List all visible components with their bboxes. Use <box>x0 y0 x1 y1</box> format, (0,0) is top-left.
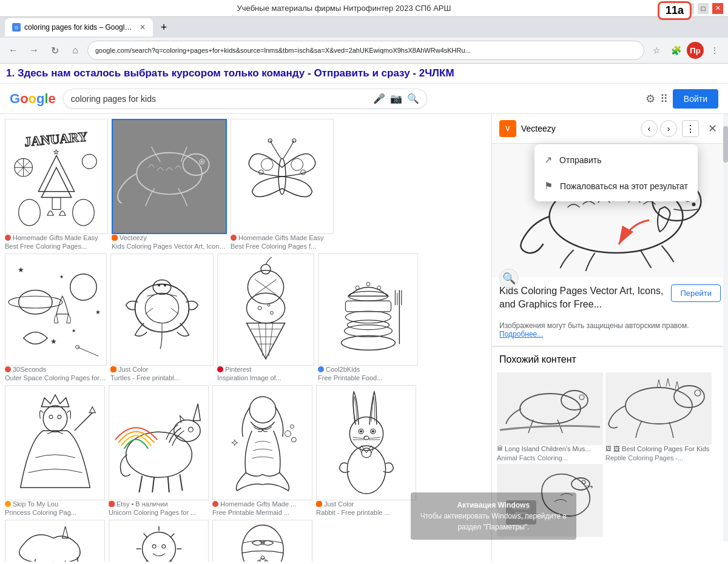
address-input[interactable] <box>87 41 644 60</box>
similar-source-name-2: 🖼 Best Coloring Pages For Kids <box>613 445 709 452</box>
grid-cell-unicorn[interactable]: Etsy • В наличии Unicorn Coloring Pages … <box>109 385 209 516</box>
cell-label-space: Outer Space Coloring Pages for Kids: F..… <box>5 374 107 381</box>
similar-favicon-2: 🖼 <box>605 445 612 452</box>
close-button[interactable]: ✕ <box>712 3 723 14</box>
active-tab[interactable]: G coloring pages for kids – Google ... ✕ <box>5 18 153 36</box>
svg-point-102 <box>360 430 362 432</box>
similar-item-1[interactable]: 🏛 Long Island Children's Mus... Animal F… <box>497 372 603 462</box>
grid-cell-space[interactable]: ★ ★ ★ ★ ★ <box>5 253 107 381</box>
grid-cell-january[interactable]: JANUARY ★ <box>5 119 108 250</box>
grid-cell-turtle[interactable]: Just Color Turtles - Free printabl... <box>110 253 214 381</box>
source-name-1: Homemade Gifts Made Easy <box>13 234 98 241</box>
source-name-unicorn: Etsy • В наличии <box>116 500 168 508</box>
source-name-2: Vecteezy <box>120 234 147 241</box>
svg-point-47 <box>158 284 160 287</box>
panel-nav-buttons: ‹ › <box>641 120 677 137</box>
grid-cell-icecream[interactable]: Pinterest Inspiration Image of... <box>217 253 314 381</box>
cell-source-princess: Skip To My Lou <box>5 500 105 508</box>
tab-bar: G coloring pages for kids – Google ... ✕… <box>0 17 728 38</box>
apps-icon[interactable]: ⠿ <box>660 92 668 106</box>
header-right-icons: ⚙ ⠿ Войти <box>645 89 718 109</box>
grid-cell-easter[interactable] <box>212 520 312 562</box>
similar-img-box-2 <box>605 372 712 445</box>
panel-scrollbar-thumb[interactable] <box>723 126 728 163</box>
back-button[interactable]: ← <box>5 42 22 59</box>
source-favicon-unicorn <box>109 501 115 507</box>
instruction-bar: 1. Здесь нам осталось выбрать курсором т… <box>0 64 728 84</box>
new-tab-button[interactable]: + <box>155 19 172 36</box>
google-logo: Google <box>10 91 56 107</box>
svg-point-138 <box>692 203 696 206</box>
svg-text:★: ★ <box>50 337 57 346</box>
panel-logo: V <box>499 120 516 137</box>
tab-close-button[interactable]: ✕ <box>140 23 146 32</box>
context-menu-report[interactable]: ⚑ Пожаловаться на этот результат <box>534 173 698 199</box>
forward-button[interactable]: → <box>25 42 42 59</box>
browser-chrome: G coloring pages for kids – Google ... ✕… <box>0 17 728 64</box>
home-button[interactable]: ⌂ <box>67 42 84 59</box>
svg-text:★: ★ <box>95 309 101 315</box>
grid-cell-princess[interactable]: Skip To My Lou Princess Coloring Pag... <box>5 385 105 516</box>
source-favicon-3 <box>231 235 237 241</box>
grid-row-2: ★ ★ ★ ★ ★ <box>5 253 487 381</box>
panel-scrollbar[interactable] <box>723 114 728 542</box>
cell-label-unicorn: Unicorn Coloring Pages for ... <box>109 509 209 516</box>
chrome-right-icons: ☆ 🧩 Пр ⋮ <box>648 42 723 59</box>
similar-source-2: 🖼 🖼 Best Coloring Pages For Kids <box>605 445 712 452</box>
tab-label: coloring pages for kids – Google ... <box>24 23 133 32</box>
google-header: Google coloring pages for kids 🎤 📷 🔍 ⚙ ⠿… <box>0 84 728 114</box>
image-search-icon[interactable]: 📷 <box>390 93 402 104</box>
panel-goto-button[interactable]: Перейти <box>671 284 721 302</box>
grid-row-1: JANUARY ★ <box>5 119 487 250</box>
search-box[interactable]: coloring pages for kids 🎤 📷 🔍 <box>63 89 427 109</box>
source-favicon-turtle <box>110 366 116 372</box>
refresh-button[interactable]: ↻ <box>46 42 63 59</box>
grid-cell-lizard[interactable]: Vecteezy Kids Coloring Pages Vector Art,… <box>112 119 227 250</box>
cell-source-food: Cool2bKids <box>318 366 418 373</box>
bookmark-button[interactable]: ☆ <box>648 42 665 59</box>
panel-copyright: Изображения могут быть защищены авторски… <box>499 321 721 338</box>
cell-label-princess: Princess Coloring Pag... <box>5 509 105 516</box>
source-favicon-mermaid <box>212 501 218 507</box>
main-content: JANUARY ★ <box>0 114 728 562</box>
profile-button[interactable]: Пр <box>687 42 704 59</box>
grid-cell-butterfly[interactable]: Homemade Gifts Made Easy Best Free Color… <box>231 119 334 250</box>
grid-cell-unicorn2[interactable] <box>5 520 105 562</box>
svg-text:★: ★ <box>54 149 59 155</box>
panel-close-button[interactable]: ✕ <box>704 120 721 137</box>
source-name-3: Homemade Gifts Made Easy <box>238 234 324 241</box>
grid-cell-rabbit[interactable]: Just Color Rabbit - Free printable ... <box>316 385 416 516</box>
chrome-menu-button[interactable]: ⋮ <box>706 42 723 59</box>
search-submit-icon[interactable]: 🔍 <box>407 93 419 104</box>
svg-rect-143 <box>605 372 712 445</box>
panel-site-name: Vecteezy <box>521 124 636 133</box>
source-favicon-princess <box>5 501 11 507</box>
lens-icon[interactable]: 🔍 <box>499 269 519 288</box>
source-name-rabbit: Just Color <box>324 500 354 508</box>
svg-rect-14 <box>113 120 226 233</box>
extensions-button[interactable]: 🧩 <box>667 42 684 59</box>
grid-cell-mermaid[interactable]: ✦ Homemade Gifts Made ... Free Printable… <box>212 385 312 516</box>
svg-point-18 <box>201 161 203 163</box>
settings-icon[interactable]: ⚙ <box>645 92 655 106</box>
edu-bar-title: Учебные материалы фирмы Нитрофинтер 2023… <box>5 4 683 13</box>
cell-source-3: Homemade Gifts Made Easy <box>231 234 334 241</box>
signin-button[interactable]: Войти <box>673 89 718 109</box>
panel-copyright-link[interactable]: Подробнее... <box>499 330 543 338</box>
svg-rect-139 <box>497 372 603 445</box>
source-name-turtle: Just Color <box>118 366 149 373</box>
cell-source-space: 30Seconds <box>5 366 107 373</box>
cell-source-mermaid: Homemade Gifts Made ... <box>212 500 312 508</box>
grid-cell-sun[interactable] <box>109 520 209 562</box>
similar-item-2[interactable]: 🖼 🖼 Best Coloring Pages For Kids Reptile… <box>605 372 712 462</box>
similar-img-box-1 <box>497 372 603 445</box>
similar-source-1: 🏛 Long Island Children's Mus... <box>497 445 603 452</box>
panel-next-button[interactable]: › <box>660 120 677 137</box>
context-menu-send[interactable]: ↗ Отправить <box>534 147 698 173</box>
panel-menu-button[interactable]: ⋮ <box>682 120 699 137</box>
grid-cell-food[interactable]: Cool2bKids Free Printable Food... <box>318 253 418 381</box>
voice-search-icon[interactable]: 🎤 <box>373 93 385 104</box>
maximize-button[interactable]: □ <box>698 3 709 14</box>
cell-label-food: Free Printable Food... <box>318 374 418 381</box>
panel-prev-button[interactable]: ‹ <box>641 120 658 137</box>
